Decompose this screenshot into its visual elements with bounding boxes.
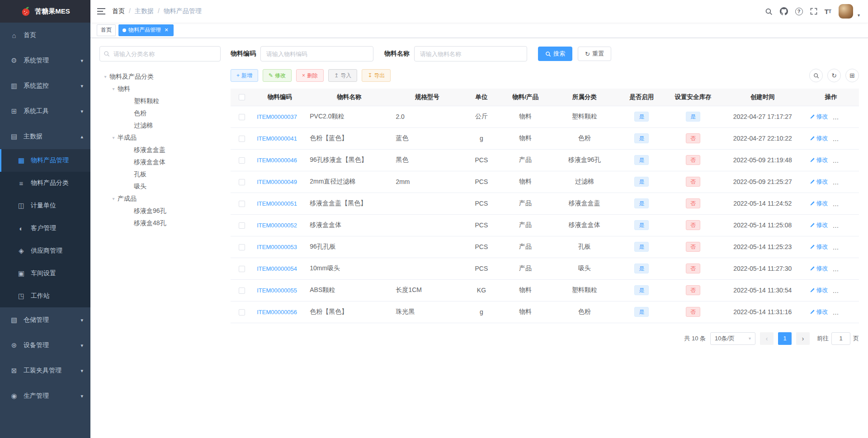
tree-node[interactable]: 移液盒盒盖 [99,144,221,156]
sidebar-item[interactable]: ◳ 工作站 [0,285,90,307]
delete-button[interactable]: × 删除 [296,69,324,82]
row-delete-button[interactable]: 删除 [835,156,854,164]
toggle-search-button[interactable] [809,69,823,82]
tree-node[interactable]: 移液盒96孔 [99,205,221,217]
tree-node[interactable]: 过滤棉 [99,119,221,132]
tree-node[interactable]: ▾ 产成品 [99,193,221,205]
prev-page-button[interactable]: ‹ [760,332,774,345]
category-search-input[interactable] [99,46,221,61]
tree-node[interactable]: 移液盒48孔 [99,217,221,229]
sidebar-item[interactable]: ⌂ 首页 [0,23,90,48]
tree-node[interactable]: 移液盒盒体 [99,156,221,168]
row-delete-button[interactable]: 删除 [835,113,854,121]
breadcrumb-item[interactable]: 首页 [112,7,125,15]
table-row[interactable]: ITEM00000037 PVC2.0颗粒 2.0 公斤 物料 塑料颗粒 是 是… [231,106,859,127]
search-icon[interactable] [765,8,773,15]
table-row[interactable]: ITEM00000041 色粉【蓝色】 蓝色 g 物料 色粉 是 否 2022-… [231,127,859,149]
row-checkbox[interactable] [239,201,245,207]
row-delete-button[interactable]: 删除 [835,134,854,142]
row-checkbox[interactable] [239,179,245,185]
row-checkbox[interactable] [239,287,245,294]
sidebar-item[interactable]: ◫ 计量单位 [0,194,90,217]
sidebar-item[interactable]: ▥ 系统监控 ▾ [0,73,90,99]
edit-button[interactable]: ✎ 修改 [263,69,292,82]
sidebar-item[interactable]: ◐ 客户管理 [0,217,90,240]
sidebar-item[interactable]: ▦ 物料产品管理 [0,149,90,172]
table-row[interactable]: ITEM00000054 10mm吸头 PCS 产品 吸头 是 否 2022-0… [231,258,859,279]
sidebar-item[interactable]: ⚙ 系统管理 ▾ [0,48,90,73]
search-button[interactable]: 搜索 [538,47,572,61]
sidebar-item[interactable]: ▧ 仓储管理 ▾ [0,307,90,333]
row-checkbox[interactable] [239,222,245,229]
table-row[interactable]: ITEM00000049 2mm直径过滤棉 2mm PCS 物料 过滤棉 是 否… [231,171,859,193]
app-logo[interactable]: 苦糖果MES [0,0,90,23]
row-checkbox[interactable] [239,244,245,250]
sidebar-item[interactable]: ⊠ 工装夹具管理 ▾ [0,358,90,383]
fullscreen-icon[interactable] [810,8,817,15]
row-delete-button[interactable]: 删除 [835,199,854,207]
view-tab[interactable]: 首页 [97,24,116,36]
column-settings-button[interactable]: ⊞ [845,69,859,82]
hamburger-menu-icon[interactable] [90,0,112,23]
view-tab[interactable]: 物料产品管理 ✕ [118,24,174,36]
sidebar-item[interactable]: ▤ 主数据 ▴ [0,124,90,149]
avatar[interactable] [839,4,853,19]
goto-page-input[interactable] [831,332,850,345]
sidebar-item[interactable]: ◈ 供应商管理 [0,240,90,262]
row-checkbox[interactable] [239,114,245,120]
row-delete-button[interactable]: 删除 [835,308,854,316]
row-edit-button[interactable]: 修改 [810,308,828,316]
material-code-link[interactable]: ITEM00000052 [257,222,297,229]
row-delete-button[interactable]: 删除 [835,286,854,294]
row-checkbox[interactable] [239,157,245,164]
tree-expand-icon[interactable]: ▾ [109,135,118,140]
name-filter-input[interactable] [414,46,527,61]
table-row[interactable]: ITEM00000056 色粉【黑色】 珠光黑 g 物料 色粉 是 否 2022… [231,301,859,323]
tree-node[interactable]: ▾ 物料 [99,83,221,95]
row-edit-button[interactable]: 修改 [810,134,828,142]
sidebar-item[interactable]: ◉ 生产管理 ▾ [0,383,90,409]
reset-button[interactable]: ↻ 重置 [578,47,611,61]
select-all-checkbox[interactable] [239,94,245,100]
page-size-select[interactable]: 10条/页 ▾ [710,332,755,345]
row-edit-button[interactable]: 修改 [810,286,828,294]
tree-node[interactable]: 孔板 [99,168,221,180]
export-button[interactable]: ↧ 导出 [362,69,391,82]
tree-expand-icon[interactable]: ▾ [109,196,118,201]
row-checkbox[interactable] [239,266,245,272]
material-code-link[interactable]: ITEM00000049 [257,179,297,185]
next-page-button[interactable]: › [796,332,810,345]
material-code-link[interactable]: ITEM00000037 [257,113,297,120]
material-code-link[interactable]: ITEM00000053 [257,244,297,250]
row-edit-button[interactable]: 修改 [810,221,828,229]
tree-node[interactable]: 吸头 [99,180,221,193]
material-code-link[interactable]: ITEM00000056 [257,309,297,316]
tree-node[interactable]: 塑料颗粒 [99,95,221,107]
sidebar-item[interactable]: ▣ 车间设置 [0,262,90,285]
tree-node[interactable]: 色粉 [99,107,221,119]
row-edit-button[interactable]: 修改 [810,178,828,186]
tree-expand-icon[interactable]: ▾ [101,74,109,79]
tree-node[interactable]: ▾ 半成品 [99,132,221,144]
help-icon[interactable]: ? [795,8,803,15]
tree-expand-icon[interactable]: ▾ [109,86,118,91]
row-edit-button[interactable]: 修改 [810,113,828,121]
sidebar-item[interactable]: ⊛ 设备管理 ▾ [0,333,90,358]
table-row[interactable]: ITEM00000046 96孔移液盒【黑色】 黑色 PCS 产品 移液盒96孔… [231,149,859,171]
material-code-link[interactable]: ITEM00000055 [257,287,297,294]
refresh-table-button[interactable]: ↻ [827,69,841,82]
github-icon[interactable] [780,7,788,15]
row-edit-button[interactable]: 修改 [810,243,828,251]
add-button[interactable]: + 新增 [231,69,258,82]
table-row[interactable]: ITEM00000051 移液盒盒盖【黑色】 PCS 产品 移液盒盒盖 是 否 … [231,193,859,214]
row-checkbox[interactable] [239,136,245,142]
tab-close-icon[interactable]: ✕ [163,27,170,33]
font-size-icon[interactable]: TT [825,8,831,15]
material-code-link[interactable]: ITEM00000041 [257,135,297,142]
row-delete-button[interactable]: 删除 [835,264,854,273]
row-delete-button[interactable]: 删除 [835,243,854,251]
table-row[interactable]: ITEM00000052 移液盒盒体 PCS 产品 移液盒盒体 是 否 2022… [231,214,859,236]
breadcrumb-item[interactable]: 主数据 [125,7,154,15]
row-delete-button[interactable]: 删除 [835,221,854,229]
import-button[interactable]: ↥ 导入 [328,69,357,82]
